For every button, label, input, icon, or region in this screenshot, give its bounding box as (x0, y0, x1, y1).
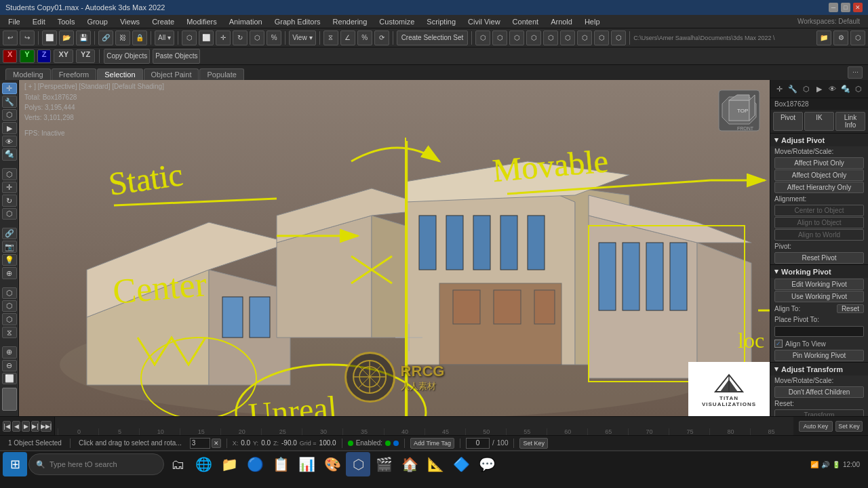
angle-snap-button[interactable]: ∠ (340, 30, 355, 45)
path-browse-button[interactable]: 📁 (816, 30, 831, 45)
axis-yz-button[interactable]: YZ (76, 49, 95, 63)
timeline-play-button[interactable]: ▶ (22, 421, 30, 432)
rp-modify-icon[interactable]: 🔧 (786, 82, 799, 96)
link-info-button[interactable]: Link Info (835, 112, 865, 131)
pivot-button[interactable]: Pivot (773, 112, 803, 131)
menu-customize[interactable]: Customize (374, 17, 420, 26)
timeline-track[interactable]: 0 5 10 15 20 25 30 35 40 45 50 55 60 65 … (54, 417, 793, 435)
redo-button[interactable]: ↪ (20, 30, 35, 45)
tab-freeform[interactable]: Freeform (52, 68, 97, 80)
menu-tools[interactable]: Tools (52, 17, 81, 26)
select-button[interactable]: ⬡ (182, 30, 197, 45)
helper-lt-button[interactable]: ⊕ (2, 267, 17, 279)
use-working-pivot-button[interactable]: Use Working Pivot (774, 291, 864, 302)
rotate-lt-button[interactable]: ↻ (2, 195, 17, 206)
set-key-status-button[interactable]: Set Key (519, 438, 548, 449)
snap-button[interactable]: ⧖ (323, 30, 338, 45)
taskbar-excel-app[interactable]: 📊 (294, 452, 319, 476)
link-button[interactable]: 🔗 (98, 30, 113, 45)
menu-create[interactable]: Create (146, 17, 180, 26)
place-pivot-input[interactable] (774, 326, 864, 337)
modify-tool-button[interactable]: 🔧 (2, 96, 17, 107)
create-selection-btn[interactable]: Create Selection Set (397, 30, 469, 45)
menu-views[interactable]: Views (115, 17, 145, 26)
taskbar-photoshop-app[interactable]: 🎨 (320, 452, 344, 476)
new-scene-button[interactable]: ⬜ (42, 30, 57, 45)
affect-hierarchy-only-button[interactable]: Affect Hierarchy Only (774, 182, 864, 193)
menu-scripting[interactable]: Scripting (421, 17, 461, 26)
scale-lt-button[interactable]: ⬡ (2, 208, 17, 220)
adjust-pivot-section[interactable]: ▾ Adjust Pivot (770, 133, 868, 146)
percent-snap-button[interactable]: % (357, 30, 372, 45)
align-to-object-button[interactable]: Align to Object (774, 217, 864, 228)
taskbar-3dsmax-app active[interactable]: ⬡ (346, 452, 370, 476)
view-dropdown[interactable]: View ▾ (289, 30, 316, 45)
render-setup-button[interactable]: ⬡ (594, 30, 609, 45)
menu-animation[interactable]: Animation (224, 17, 268, 26)
taskbar-revit-app[interactable]: 🏠 (397, 452, 422, 476)
taskbar-browser-app[interactable]: 🌐 (191, 452, 216, 476)
ik-button[interactable]: IK (804, 112, 834, 131)
close-button[interactable]: ✕ (853, 3, 863, 12)
material-editor-button[interactable]: ⬡ (577, 30, 592, 45)
display-tool-button[interactable]: 👁 (2, 136, 17, 147)
taskbar-autocad-app[interactable]: 🔷 (449, 452, 473, 476)
axis-x-button[interactable]: X (3, 49, 17, 63)
axis-z-button[interactable]: Z (37, 49, 52, 63)
timeline-prev-button[interactable]: ◀ (12, 421, 20, 432)
menu-file[interactable]: File (3, 17, 26, 26)
link-lt-button[interactable]: 🔗 (2, 228, 17, 239)
menu-civil-view[interactable]: Civil View (462, 17, 505, 26)
material-lt-button[interactable]: ⬡ (2, 287, 17, 299)
taskbar-teams-app[interactable]: 🔵 (243, 452, 267, 476)
taskbar-archicad-app[interactable]: 📐 (423, 452, 448, 476)
reset-working-pivot-btn[interactable]: Reset (837, 304, 864, 313)
reset-pivot-button[interactable]: Reset Pivot (774, 252, 864, 264)
paste-objects-button[interactable]: Paste Objects (153, 49, 200, 64)
menu-content[interactable]: Content (507, 17, 545, 26)
snaps-lt-button[interactable]: ⧖ (2, 327, 17, 338)
tab-modeling[interactable]: Modeling (5, 68, 51, 80)
timeline-end-button[interactable]: ▶▶| (41, 421, 52, 432)
camera-lt-button[interactable]: 📷 (2, 241, 17, 252)
render-lt-button[interactable]: ⬡ (2, 300, 17, 312)
maximize-button[interactable]: □ (841, 3, 850, 12)
unlink-button[interactable]: ⛓ (115, 30, 130, 45)
scale-button[interactable]: ⬡ (250, 30, 264, 45)
axis-xy-button[interactable]: XY (54, 49, 73, 63)
menu-arnold[interactable]: Arnold (545, 17, 578, 26)
frame-input[interactable] (466, 438, 490, 449)
taskbar-chat-app[interactable]: 💬 (475, 452, 499, 476)
schematic-view-button[interactable]: ⬡ (560, 30, 575, 45)
hierarchy-tool-button[interactable]: ⬡ (2, 109, 17, 121)
taskbar-files-app[interactable]: 🗂 (165, 452, 190, 476)
percent-button[interactable]: % (267, 30, 281, 45)
align-to-world-button[interactable]: Align to World (774, 229, 864, 241)
fit-lt-button[interactable]: ⬜ (2, 373, 17, 384)
move-button[interactable]: ✛ (216, 30, 231, 45)
zoom-out-lt-button[interactable]: ⊖ (2, 360, 17, 371)
transform-button[interactable]: Transform (774, 409, 864, 416)
layer-button[interactable]: ⬡ (526, 30, 541, 45)
render-button[interactable]: ⬡ (611, 30, 626, 45)
tab-object-paint[interactable]: Object Paint (144, 68, 199, 80)
minimize-button[interactable]: ─ (829, 3, 838, 12)
path-options-button[interactable]: ⚙ (833, 30, 848, 45)
select-filter-dropdown[interactable]: All ▾ (155, 30, 174, 45)
menu-rendering[interactable]: Rendering (328, 17, 373, 26)
menu-graph-editors[interactable]: Graph Editors (269, 17, 326, 26)
menu-help[interactable]: Help (579, 17, 606, 26)
open-file-button[interactable]: 📂 (59, 30, 74, 45)
scene-options-button[interactable]: ⬡ (850, 30, 865, 45)
bind-button[interactable]: 🔒 (132, 30, 147, 45)
rotate-button[interactable]: ↻ (233, 30, 248, 45)
adjust-transform-section[interactable]: ▾ Adjust Transform (770, 362, 868, 375)
move-lt-button[interactable]: ✛ (2, 182, 17, 193)
affect-pivot-only-button[interactable]: Affect Pivot Only (774, 157, 864, 169)
pin-working-pivot-button[interactable]: Pin Working Pivot (774, 350, 864, 361)
viewport-header[interactable]: [ + ] [Perspective] [Standard] [Default … (24, 83, 164, 90)
axis-y-button[interactable]: Y (20, 49, 34, 63)
set-key-button[interactable]: Set Key (835, 421, 863, 432)
add-time-tag-button[interactable]: Add Time Tag (410, 438, 454, 449)
rp-hierarchy-icon[interactable]: ⬡ (800, 82, 812, 96)
